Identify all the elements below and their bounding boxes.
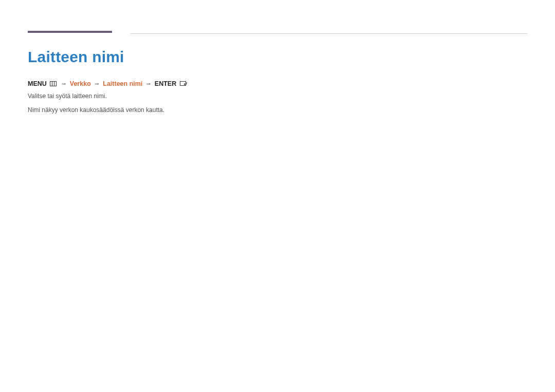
body-line-2: Nimi näkyy verkon kaukosäädöissä verkon … xyxy=(28,105,527,115)
accent-bar xyxy=(28,31,112,33)
menu-grid-icon xyxy=(50,81,57,86)
page-content: Laitteen nimi MENU → Verkko → Laitteen n… xyxy=(0,0,555,115)
arrow-icon: → xyxy=(92,80,101,87)
menu-path: MENU → Verkko → Laitteen nimi → ENTER xyxy=(28,80,527,87)
arrow-icon: → xyxy=(144,80,153,87)
arrow-icon: → xyxy=(60,80,68,87)
menu-label: MENU xyxy=(28,80,47,87)
path-segment-laitteen-nimi: Laitteen nimi xyxy=(103,80,142,87)
path-segment-verkko: Verkko xyxy=(70,80,91,87)
enter-icon xyxy=(180,81,187,86)
enter-label: ENTER xyxy=(155,80,176,87)
body-line-1: Valitse tai syötä laitteen nimi. xyxy=(28,91,527,101)
horizontal-divider xyxy=(131,33,527,34)
page-title: Laitteen nimi xyxy=(28,48,527,66)
